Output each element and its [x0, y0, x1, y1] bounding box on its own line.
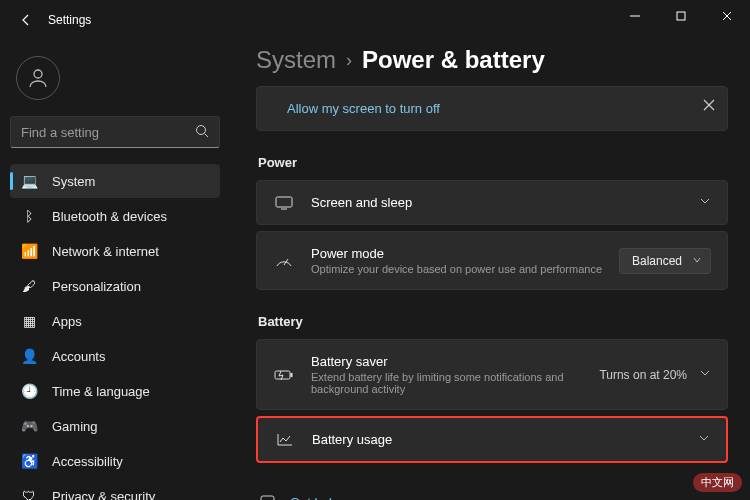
nav-label: Personalization: [52, 279, 141, 294]
banner-close-icon[interactable]: [703, 99, 715, 114]
breadcrumb-parent[interactable]: System: [256, 46, 336, 74]
nav-icon: 🖌: [20, 277, 38, 295]
card-power-mode[interactable]: Power mode Optimize your device based on…: [256, 231, 728, 290]
search-input[interactable]: [21, 125, 195, 140]
nav-label: Accessibility: [52, 454, 123, 469]
svg-rect-1: [677, 12, 685, 20]
nav-label: Apps: [52, 314, 82, 329]
chevron-down-icon: [692, 254, 702, 268]
nav-label: Privacy & security: [52, 489, 155, 501]
nav-icon: 👤: [20, 347, 38, 365]
get-help-link[interactable]: Get help: [290, 495, 339, 500]
card-value: Turns on at 20%: [599, 368, 687, 382]
help-icon: [258, 495, 276, 500]
close-button[interactable]: [704, 0, 750, 32]
sidebar-item-gaming[interactable]: 🎮Gaming: [10, 409, 220, 443]
nav-label: Accounts: [52, 349, 105, 364]
back-button[interactable]: [18, 12, 34, 28]
sidebar-item-personalization[interactable]: 🖌Personalization: [10, 269, 220, 303]
banner-link[interactable]: Allow my screen to turn off: [287, 101, 440, 116]
section-power-heading: Power: [258, 155, 728, 170]
nav-icon: 💻: [20, 172, 38, 190]
sidebar-item-accounts[interactable]: 👤Accounts: [10, 339, 220, 373]
power-mode-dropdown[interactable]: Balanced: [619, 248, 711, 274]
sidebar-item-network-internet[interactable]: 📶Network & internet: [10, 234, 220, 268]
nav-label: Time & language: [52, 384, 150, 399]
card-subtitle: Optimize your device based on power use …: [311, 263, 619, 275]
nav-icon: ▦: [20, 312, 38, 330]
nav-icon: 🎮: [20, 417, 38, 435]
user-avatar[interactable]: [16, 56, 60, 100]
chevron-down-icon: [699, 367, 711, 382]
battery-saver-icon: [273, 368, 295, 382]
sidebar-item-bluetooth-devices[interactable]: ᛒBluetooth & devices: [10, 199, 220, 233]
card-battery-saver[interactable]: Battery saver Extend battery life by lim…: [256, 339, 728, 410]
card-title: Power mode: [311, 246, 619, 261]
section-battery-heading: Battery: [258, 314, 728, 329]
minimize-button[interactable]: [612, 0, 658, 32]
svg-rect-9: [291, 373, 293, 377]
chart-icon: [274, 433, 296, 447]
nav-label: Gaming: [52, 419, 98, 434]
sidebar-item-accessibility[interactable]: ♿Accessibility: [10, 444, 220, 478]
breadcrumb-current: Power & battery: [362, 46, 545, 74]
sidebar-item-system[interactable]: 💻System: [10, 164, 220, 198]
sidebar-item-privacy-security[interactable]: 🛡Privacy & security: [10, 479, 220, 500]
nav-label: Bluetooth & devices: [52, 209, 167, 224]
nav-icon: 🕘: [20, 382, 38, 400]
dropdown-value: Balanced: [632, 254, 682, 268]
info-banner: Allow my screen to turn off: [256, 86, 728, 131]
card-title: Battery usage: [312, 432, 686, 447]
svg-point-3: [197, 125, 206, 134]
breadcrumb-separator: ›: [346, 50, 352, 71]
card-subtitle: Extend battery life by limiting some not…: [311, 371, 591, 395]
gauge-icon: [273, 254, 295, 268]
card-screen-sleep[interactable]: Screen and sleep: [256, 180, 728, 225]
breadcrumb: System › Power & battery: [256, 46, 728, 74]
screen-icon: [273, 196, 295, 210]
nav-label: System: [52, 174, 95, 189]
svg-line-4: [205, 133, 209, 137]
search-icon: [195, 124, 209, 141]
nav-icon: ᛒ: [20, 207, 38, 225]
maximize-button[interactable]: [658, 0, 704, 32]
card-battery-usage[interactable]: Battery usage: [256, 416, 728, 463]
search-box[interactable]: [10, 116, 220, 148]
svg-point-2: [34, 70, 42, 78]
sidebar-item-time-language[interactable]: 🕘Time & language: [10, 374, 220, 408]
card-title: Battery saver: [311, 354, 591, 369]
watermark: 中文网: [693, 473, 742, 492]
card-title: Screen and sleep: [311, 195, 687, 210]
nav-label: Network & internet: [52, 244, 159, 259]
nav-icon: 🛡: [20, 487, 38, 500]
sidebar-item-apps[interactable]: ▦Apps: [10, 304, 220, 338]
nav-icon: 📶: [20, 242, 38, 260]
chevron-down-icon: [699, 195, 711, 210]
window-title: Settings: [48, 13, 91, 27]
nav-icon: ♿: [20, 452, 38, 470]
svg-rect-5: [276, 197, 292, 207]
chevron-down-icon: [698, 432, 710, 447]
